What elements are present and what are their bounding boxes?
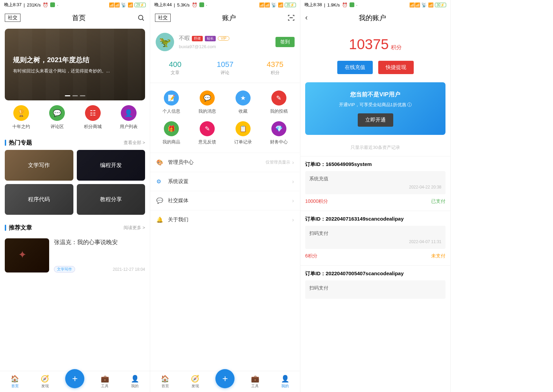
article-date: 2021-12-27 18:04	[113, 267, 145, 272]
social-tag[interactable]: 社交	[5, 14, 20, 22]
social-tag[interactable]: 社交	[155, 14, 171, 22]
scan-icon[interactable]	[287, 14, 295, 22]
status-time: 晚上8:37	[4, 2, 22, 8]
star-icon: ★	[236, 90, 251, 106]
action-finance[interactable]: 💎财务中心	[261, 121, 297, 145]
tab-tools[interactable]: 💼工具	[240, 371, 270, 392]
banner-card[interactable]: 规则之树，2021年度总结 有时候回过头来看这个网站，还觉得挺奇妙的。...	[5, 29, 145, 100]
tab-discover[interactable]: 🧭发现	[30, 371, 60, 392]
compass-icon: 🧭	[191, 375, 199, 383]
nav-users[interactable]: 👤用户列表	[111, 105, 146, 130]
action-profile[interactable]: 📝个人信息	[154, 90, 189, 114]
battery-icon: 35⚡	[285, 3, 296, 7]
action-orders[interactable]: 📋订单记录	[225, 121, 261, 145]
action-favorites[interactable]: ★收藏	[225, 90, 261, 114]
action-submit[interactable]: ✎我的投稿	[261, 90, 297, 114]
order-item[interactable]: 订单ID：1650649095system 系统充值2022-04-22 20:…	[300, 156, 450, 211]
topic-coding[interactable]: 编程开发	[77, 150, 145, 181]
chevron-right-icon: ›	[292, 159, 294, 166]
bottom-nav: 🏠首页 🧭发现 + 💼工具 👤我的	[0, 371, 150, 392]
tab-home[interactable]: 🏠首页	[150, 371, 180, 392]
nav-shop[interactable]: ☷积分商城	[75, 105, 111, 130]
list-about[interactable]: 🔔关于我们›	[150, 210, 300, 229]
tab-tools[interactable]: 💼工具	[90, 371, 120, 392]
nav-comments[interactable]: 💬评论区	[39, 105, 75, 130]
order-amount: 10000积分	[305, 198, 328, 205]
signal-icon: 📶📶 📡 📶	[409, 2, 434, 8]
nav-ten-year[interactable]: 🏆十年之约	[3, 105, 39, 130]
stat-articles[interactable]: 400文章	[150, 60, 200, 76]
status-bar: 晚上8:44 | 5.3K/s ⏰ · 📶📶 📡 📶 35⚡	[150, 0, 300, 10]
palette-icon: 🎨	[156, 159, 163, 166]
article-item[interactable]: 张温克：我的心事说晚安 文学写作 2021-12-27 18:04	[0, 235, 150, 272]
nav-grid: 🏆十年之约 💬评论区 ☷积分商城 👤用户列表	[0, 100, 150, 135]
home-icon: 🏠	[161, 375, 169, 383]
compass-icon: 🧭	[41, 375, 49, 383]
tab-mine[interactable]: 👤我的	[270, 371, 300, 392]
withdraw-button[interactable]: 快捷提现	[378, 61, 414, 74]
dot-icon: ·	[57, 2, 58, 8]
list-social[interactable]: 💬社交媒体›	[150, 191, 300, 210]
avatar[interactable]: 🦖	[156, 33, 174, 51]
home-screen: 晚上8:37 | 231K/s ⏰ · 📶📶 📡 📶 29⚡ 社交 首页 规则之…	[0, 0, 150, 392]
article-tag: 文学写作	[54, 266, 75, 272]
alarm-icon: ⏰	[342, 2, 348, 8]
grid-icon: ☷	[85, 105, 101, 121]
profile-email: buxia97@126.com	[179, 44, 271, 49]
vip-card: 您当前不是VIP用户 开通VIP，可享受全站商品1折优惠 ⓘ 立即开通	[305, 82, 445, 135]
topic-code[interactable]: 程序代码	[5, 184, 73, 215]
articles-more[interactable]: 阅读更多 >	[124, 225, 145, 231]
vip-title: 您当前不是VIP用户	[311, 90, 440, 98]
stat-comments[interactable]: 1057评论	[200, 60, 250, 76]
list-settings[interactable]: ⚙系统设置›	[150, 172, 300, 191]
topic-literature[interactable]: 文学写作	[5, 150, 73, 181]
plus-icon: +	[215, 369, 235, 388]
stat-points[interactable]: 4375积分	[250, 60, 300, 76]
header: 社交 首页	[0, 10, 150, 26]
alarm-icon: ⏰	[192, 2, 197, 8]
topics-more[interactable]: 查看全部 >	[124, 140, 145, 146]
status-time: 晚上8:44	[154, 2, 172, 8]
gift-icon: 🎁	[164, 121, 179, 136]
article-thumb	[5, 238, 49, 272]
points-unit: 积分	[391, 44, 402, 50]
list-admin[interactable]: 🎨管理员中心仅管理员显示›	[150, 153, 300, 172]
tab-home[interactable]: 🏠首页	[0, 371, 30, 392]
topic-tutorial[interactable]: 教程分享	[77, 184, 145, 215]
diamond-icon: 💎	[271, 121, 286, 136]
order-item[interactable]: 订单ID：20220407163149scancodealipay 扫码支付20…	[300, 211, 450, 265]
battery-icon: 29⚡	[134, 3, 146, 7]
chat-icon: 💬	[156, 197, 163, 204]
alarm-icon: ⏰	[43, 2, 48, 8]
recharge-button[interactable]: 在线充值	[337, 61, 373, 74]
banner-subtitle: 有时候回过头来看这个网站，还觉得挺奇妙的。...	[13, 68, 137, 74]
stats-row: 400文章 1057评论 4375积分	[150, 58, 300, 83]
badge-vip: VIP	[218, 36, 229, 41]
action-goods[interactable]: 🎁我的商品	[154, 121, 189, 145]
page-title: 账户	[222, 13, 236, 23]
page-title: 我的账户	[359, 13, 386, 23]
topics-title: 热门专题	[5, 139, 32, 146]
order-amount: 6积分	[305, 253, 317, 259]
header: ‹ 我的账户	[300, 10, 450, 26]
gear-icon: ⚙	[156, 178, 163, 185]
tab-discover[interactable]: 🧭发现	[180, 371, 210, 392]
tab-add[interactable]: +	[60, 371, 90, 392]
signal-icon: 📶📶 📡 📶	[259, 2, 283, 8]
search-icon[interactable]	[137, 14, 145, 22]
chevron-right-icon: ›	[292, 179, 294, 185]
tab-mine[interactable]: 👤我的	[120, 371, 150, 392]
battery-icon: 30⚡	[435, 3, 446, 7]
checkin-button[interactable]: 签到	[275, 37, 295, 47]
back-button[interactable]: ‹	[305, 13, 308, 22]
order-status: 已支付	[431, 198, 445, 205]
order-id: 订单ID：1650649095system	[305, 156, 445, 171]
action-messages[interactable]: 💬我的消息	[189, 90, 225, 114]
vip-open-button[interactable]: 立即开通	[358, 113, 393, 127]
action-feedback[interactable]: ✎意见反馈	[189, 121, 225, 145]
order-id: 订单ID：20220407163149scancodealipay	[305, 211, 445, 226]
message-icon: 💬	[200, 90, 215, 106]
order-item[interactable]: 订单ID：20220407005407scancodealipay 扫码支付	[300, 265, 450, 304]
banner-dots	[65, 95, 85, 96]
tab-add[interactable]: +	[210, 371, 240, 392]
